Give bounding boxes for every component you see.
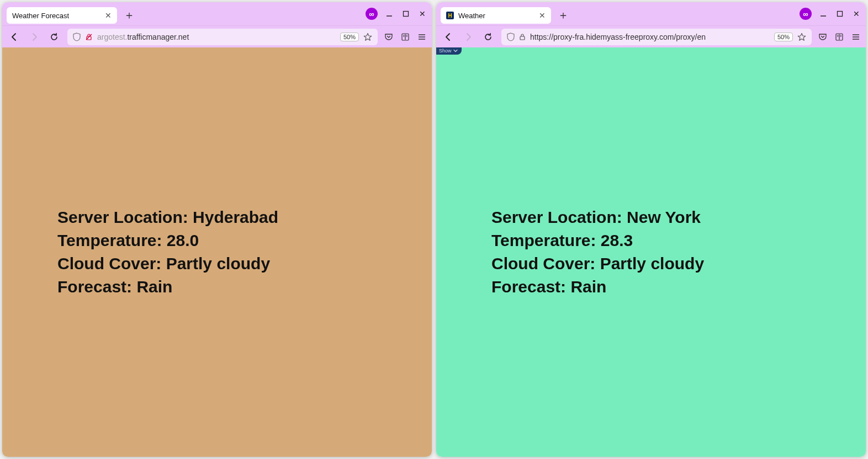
url-text: argotest.trafficmanager.net: [97, 33, 336, 41]
nav-back-button[interactable]: [442, 30, 455, 44]
zoom-badge[interactable]: 50%: [340, 33, 359, 41]
zoom-badge[interactable]: 50%: [774, 33, 793, 41]
nav-back-button[interactable]: [8, 30, 21, 44]
temperature-line: Temperature: 28.3: [491, 229, 866, 252]
tab-title: Weather Forecast: [12, 12, 100, 20]
cloud-cover-line: Cloud Cover: Partly cloudy: [491, 252, 866, 275]
svg-rect-14: [838, 12, 843, 17]
tab-close-icon[interactable]: ✕: [105, 11, 112, 20]
url-text: https://proxy-fra.hidemyass-freeproxy.co…: [530, 33, 770, 41]
reader-view-icon[interactable]: [401, 33, 410, 41]
window-maximize-button[interactable]: [401, 9, 411, 19]
server-location-line: Server Location: Hyderabad: [57, 206, 432, 229]
new-tab-button[interactable]: ＋: [555, 7, 571, 23]
titlebar: Weather Forecast ✕ ＋ ∞ ✕: [2, 2, 432, 25]
extension-badge-icon[interactable]: ∞: [366, 8, 378, 20]
toolbar-right-icons: [384, 33, 426, 41]
lock-insecure-icon: [85, 33, 93, 41]
window-minimize-button[interactable]: [818, 9, 828, 19]
temperature-line: Temperature: 28.0: [57, 229, 432, 252]
show-overlay-label: Show: [439, 48, 452, 54]
titlebar-right: ∞ ✕: [800, 8, 861, 20]
bookmark-star-icon[interactable]: [797, 33, 806, 41]
nav-forward-button[interactable]: [462, 30, 475, 44]
pocket-icon[interactable]: [384, 33, 393, 41]
shield-icon: [507, 33, 515, 41]
extension-badge-icon[interactable]: ∞: [800, 8, 812, 20]
nav-reload-button[interactable]: [481, 30, 495, 44]
page-content: Show Server Location: New York Temperatu…: [436, 47, 866, 457]
svg-rect-15: [520, 36, 525, 40]
window-close-button[interactable]: ✕: [417, 9, 427, 19]
server-location-line: Server Location: New York: [491, 206, 866, 229]
window-minimize-button[interactable]: [384, 9, 394, 19]
infinity-glyph: ∞: [803, 10, 808, 18]
window-close-button[interactable]: ✕: [851, 9, 861, 19]
url-bar[interactable]: argotest.trafficmanager.net 50%: [67, 29, 378, 45]
reader-view-icon[interactable]: [835, 33, 844, 41]
tab-favicon-icon: H: [446, 12, 454, 19]
toolbar: https://proxy-fra.hidemyass-freeproxy.co…: [436, 25, 866, 47]
titlebar: H Weather ✕ ＋ ∞ ✕: [436, 2, 866, 25]
browser-tab[interactable]: Weather Forecast ✕: [7, 7, 117, 24]
cloud-cover-line: Cloud Cover: Partly cloudy: [57, 252, 432, 275]
window-maximize-button[interactable]: [835, 9, 845, 19]
new-tab-button[interactable]: ＋: [121, 7, 137, 23]
show-overlay-toggle[interactable]: Show: [436, 47, 462, 55]
pocket-icon[interactable]: [818, 33, 827, 41]
nav-reload-button[interactable]: [47, 30, 61, 44]
svg-rect-1: [404, 12, 409, 17]
infinity-glyph: ∞: [369, 10, 374, 18]
hamburger-menu-icon[interactable]: [417, 33, 426, 41]
titlebar-right: ∞ ✕: [366, 8, 427, 20]
toolbar-right-icons: [818, 33, 860, 41]
forecast-line: Forecast: Rain: [57, 275, 432, 298]
nav-forward-button[interactable]: [28, 30, 41, 44]
browser-window-left: Weather Forecast ✕ ＋ ∞ ✕: [2, 2, 432, 457]
page-content: Server Location: Hyderabad Temperature: …: [2, 47, 432, 457]
tab-title: Weather: [458, 12, 534, 20]
toolbar: argotest.trafficmanager.net 50%: [2, 25, 432, 47]
lock-icon: [519, 33, 526, 41]
hamburger-menu-icon[interactable]: [851, 33, 860, 41]
shield-icon: [73, 33, 81, 41]
chevron-down-icon: [453, 49, 458, 53]
browser-tab[interactable]: H Weather ✕: [441, 7, 551, 24]
url-bar[interactable]: https://proxy-fra.hidemyass-freeproxy.co…: [501, 29, 812, 45]
browser-window-right: H Weather ✕ ＋ ∞ ✕: [436, 2, 866, 457]
tab-close-icon[interactable]: ✕: [539, 11, 546, 20]
forecast-line: Forecast: Rain: [491, 275, 866, 298]
bookmark-star-icon[interactable]: [363, 33, 372, 41]
